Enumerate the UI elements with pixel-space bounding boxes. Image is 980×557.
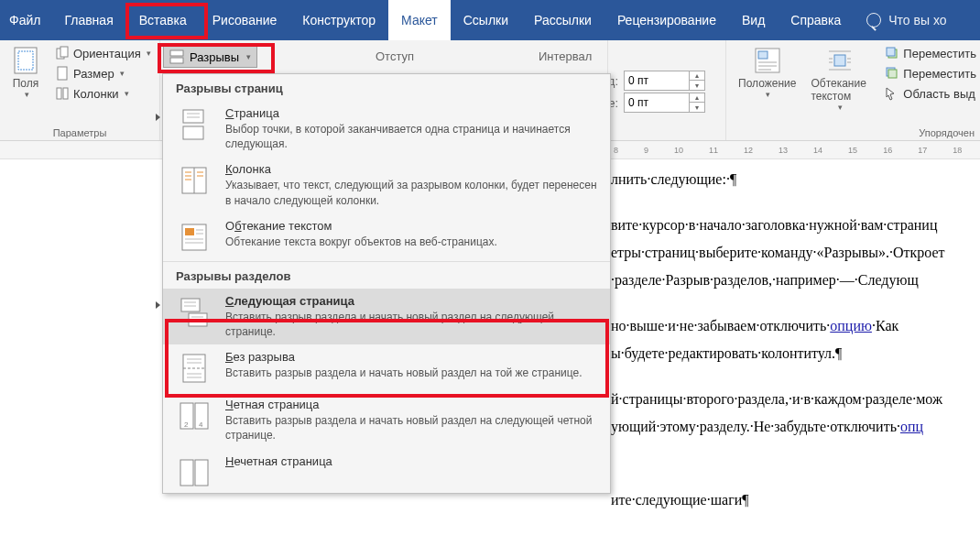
margins-icon — [11, 46, 40, 75]
tab-mailings[interactable]: Рассылки — [521, 0, 604, 40]
chevron-down-icon: ▾ — [246, 52, 251, 61]
tab-insert[interactable]: Вставка — [126, 0, 200, 40]
margins-button[interactable]: Поля ▾ — [5, 44, 46, 101]
position-icon — [753, 46, 782, 75]
spacing-label: Интервал — [539, 49, 592, 63]
break-column-item[interactable]: Колонка Указывает, что текст, следующий … — [163, 157, 610, 213]
tab-references[interactable]: Ссылки — [451, 0, 521, 40]
lightbulb-icon — [866, 13, 881, 27]
svg-rect-5 — [57, 88, 61, 99]
size-icon — [55, 66, 70, 81]
link-option[interactable]: опцию — [830, 318, 872, 333]
break-textwrap-item[interactable]: Обтекание текстом Обтекание текста вокру… — [163, 213, 610, 261]
wrap-text-button[interactable]: Обтекание текстом ▾ — [805, 44, 874, 114]
tell-me-label: Что вы хо — [888, 13, 946, 27]
position-button[interactable]: Положение ▾ — [733, 44, 801, 114]
svg-text:4: 4 — [199, 420, 203, 429]
chevron-down-icon: ▾ — [766, 90, 770, 99]
break-page-item[interactable]: Страница Выбор точки, в которой заканчив… — [163, 101, 610, 157]
svg-rect-22 — [887, 48, 895, 56]
indent-label: Отступ — [376, 49, 414, 63]
break-odd-page-item[interactable]: Нечетная страница — [163, 449, 610, 493]
chevron-down-icon: ▾ — [838, 103, 843, 112]
wrap-icon — [825, 46, 855, 75]
break-textwrap-title: Обтекание текстом — [225, 219, 597, 233]
break-even-page-item[interactable]: 24 Четная страница Вставить разрыв разде… — [163, 392, 610, 448]
break-odd-page-icon — [176, 454, 212, 491]
spacing-after-input[interactable]: ▴▾ — [624, 93, 705, 113]
tab-view[interactable]: Вид — [729, 0, 778, 40]
orientation-icon — [55, 46, 70, 60]
svg-rect-3 — [60, 47, 68, 57]
tab-file[interactable]: Файл — [0, 0, 51, 40]
submenu-arrow-icon — [156, 301, 160, 309]
break-page-title: Страница — [225, 106, 597, 120]
chevron-down-icon: ▾ — [25, 90, 29, 99]
selection-pane-button[interactable]: Область выд — [881, 84, 980, 103]
spin-down-icon[interactable]: ▾ — [690, 103, 704, 112]
page-setup-group-label: Параметры — [5, 127, 154, 140]
break-even-page-title: Четная страница — [225, 398, 597, 411]
chevron-down-icon: ▾ — [120, 69, 125, 78]
tab-draw[interactable]: Рисование — [200, 0, 290, 40]
arrange-group-label: Упорядочен — [919, 127, 975, 138]
break-page-icon — [176, 106, 212, 143]
break-next-page-title: Следующая страница — [225, 294, 597, 308]
tab-design[interactable]: Конструктор — [289, 0, 388, 40]
document-text: лнить·следующие:·¶ вите·курсор·в·начало·… — [611, 169, 980, 517]
svg-rect-7 — [170, 50, 183, 56]
svg-rect-8 — [170, 58, 183, 63]
break-column-icon — [176, 162, 212, 199]
chevron-down-icon: ▾ — [147, 49, 151, 58]
submenu-arrow-icon — [156, 114, 160, 121]
dropdown-section-pages: Разрывы страниц — [163, 74, 610, 101]
selection-pane-icon — [885, 86, 899, 101]
break-textwrap-icon — [176, 219, 212, 256]
break-next-page-item[interactable]: Следующая страница Вставить разрыв разде… — [163, 289, 610, 344]
spin-up-icon[interactable]: ▴ — [690, 93, 704, 103]
svg-rect-26 — [183, 126, 203, 139]
break-column-title: Колонка — [225, 162, 597, 176]
svg-rect-6 — [63, 88, 68, 99]
columns-button[interactable]: Колонки ▾ — [51, 84, 155, 103]
spacing-before-input[interactable]: ▴▾ — [624, 71, 705, 91]
break-continuous-title: Без разрыва — [225, 350, 597, 364]
size-button[interactable]: Размер ▾ — [51, 64, 155, 82]
breaks-dropdown: Разрывы страниц Страница Выбор точки, в … — [162, 73, 611, 494]
breaks-button[interactable]: Разрывы ▾ — [163, 46, 257, 68]
break-even-page-icon: 24 — [176, 398, 212, 434]
svg-rect-59 — [195, 460, 208, 486]
bring-forward-button[interactable]: Переместить — [881, 44, 980, 62]
tab-layout[interactable]: Макет — [388, 0, 451, 40]
tab-review[interactable]: Рецензирование — [604, 0, 729, 40]
break-next-page-icon — [176, 294, 212, 331]
tab-home[interactable]: Главная — [51, 0, 125, 40]
svg-rect-24 — [888, 70, 897, 78]
send-backward-button[interactable]: Переместить — [881, 64, 980, 82]
svg-text:2: 2 — [184, 420, 189, 429]
spin-down-icon[interactable]: ▾ — [690, 81, 704, 90]
chevron-down-icon: ▾ — [125, 89, 129, 98]
svg-rect-25 — [183, 110, 203, 123]
svg-rect-4 — [58, 67, 67, 80]
svg-rect-37 — [185, 228, 194, 235]
break-next-page-desc: Вставить разрыв раздела и начать новый р… — [225, 310, 597, 339]
break-odd-page-title: Нечетная страница — [225, 454, 597, 468]
svg-rect-42 — [181, 299, 200, 311]
svg-rect-58 — [180, 460, 193, 486]
spin-up-icon[interactable]: ▴ — [690, 71, 704, 81]
break-continuous-icon — [176, 350, 212, 387]
orientation-button[interactable]: Ориентация ▾ — [51, 44, 155, 62]
breaks-icon — [169, 49, 184, 64]
ribbon-tabs: Файл Главная Вставка Рисование Конструкт… — [0, 0, 980, 40]
bring-forward-icon — [885, 46, 899, 60]
link-option-2[interactable]: опц — [900, 419, 923, 434]
columns-icon — [55, 86, 70, 101]
break-column-desc: Указывает, что текст, следующий за разры… — [225, 178, 597, 207]
tab-help[interactable]: Справка — [778, 0, 854, 40]
tell-me-box[interactable]: Что вы хо — [854, 0, 959, 40]
margins-label: Поля — [13, 77, 39, 90]
break-continuous-item[interactable]: Без разрыва Вставить разрыв раздела и на… — [163, 344, 610, 392]
break-textwrap-desc: Обтекание текста вокруг объектов на веб-… — [225, 235, 597, 249]
send-backward-icon — [885, 66, 899, 81]
